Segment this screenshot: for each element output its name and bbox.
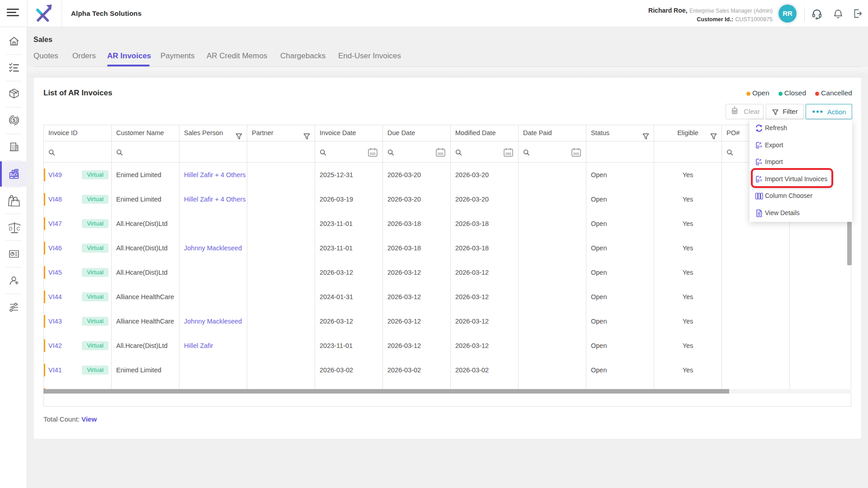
svg-text:D: D — [9, 225, 13, 231]
svg-text:C: C — [16, 225, 20, 231]
svg-text:XLS: XLS — [757, 144, 762, 147]
svg-text:XLS: XLS — [757, 161, 762, 164]
svg-text:$: $ — [13, 117, 16, 123]
